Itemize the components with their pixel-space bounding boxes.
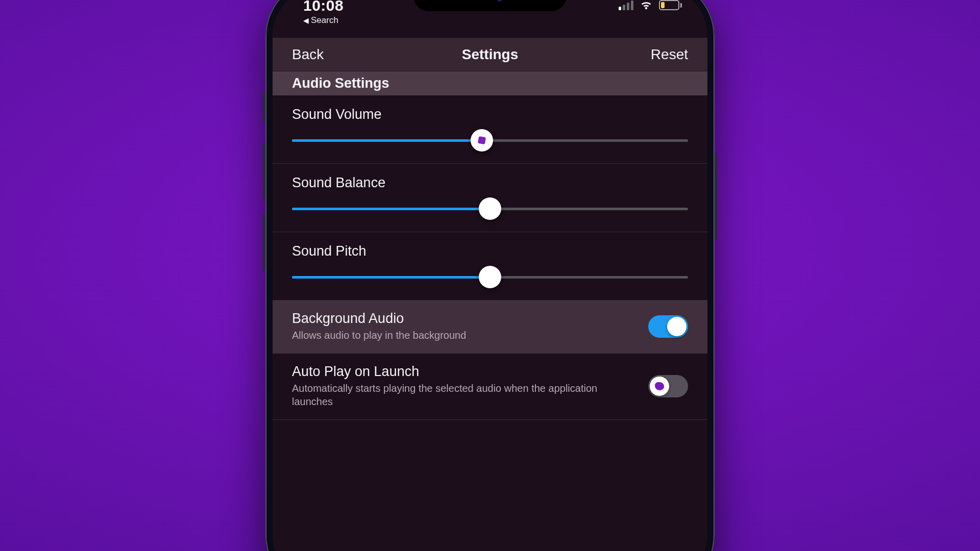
battery-icon [659, 0, 682, 10]
back-button[interactable]: Back [292, 46, 324, 63]
setting-label-pitch: Sound Pitch [292, 243, 688, 259]
phone-notch [413, 0, 567, 11]
thumb-accent-icon [478, 136, 486, 144]
phone-screen: 10:08 ◀ Search [273, 0, 707, 551]
front-camera-icon [497, 0, 504, 3]
setting-row-background_audio: Background AudioAllows audio to play in … [273, 300, 707, 354]
slider-fill [292, 208, 490, 210]
reset-button[interactable]: Reset [651, 46, 688, 63]
setting-row-pitch: Sound Pitch [273, 232, 707, 300]
navbar: Back Settings Reset [273, 38, 707, 71]
slider-volume[interactable] [292, 133, 688, 148]
slider-pitch[interactable] [292, 269, 688, 285]
slider-thumb[interactable] [479, 266, 501, 288]
setting-row-auto_play: Auto Play on LaunchAutomatically starts … [273, 354, 707, 420]
toggle-knob [667, 317, 687, 336]
toggle-background_audio[interactable] [648, 315, 688, 338]
cellular-signal-icon [619, 0, 633, 10]
page-title: Settings [273, 46, 707, 63]
knob-accent-icon [655, 382, 664, 390]
breadcrumb-back[interactable]: ◀ Search [303, 15, 344, 26]
setting-label-balance: Sound Balance [292, 175, 688, 191]
slider-fill [292, 276, 490, 279]
section-header-audio: Audio Settings [273, 71, 707, 95]
toggle-title-auto_play: Auto Play on Launch [292, 364, 638, 380]
toggle-subtitle-background_audio: Allows audio to play in the background [292, 329, 638, 342]
stage: 10:08 ◀ Search [0, 0, 980, 551]
toggle-knob [650, 377, 669, 396]
breadcrumb-label: Search [311, 15, 338, 26]
phone-side-button [715, 153, 717, 240]
battery-fill [661, 2, 665, 8]
slider-balance[interactable] [292, 201, 688, 216]
phone-side-button [263, 214, 265, 270]
status-time: 10:08 [303, 0, 344, 14]
phone-side-button [263, 92, 265, 122]
setting-row-balance: Sound Balance [273, 164, 707, 232]
back-caret-icon: ◀ [303, 16, 309, 24]
toggle-text: Auto Play on LaunchAutomatically starts … [292, 364, 648, 408]
phone-frame: 10:08 ◀ Search [265, 0, 715, 551]
setting-row-volume: Sound Volume [273, 95, 707, 164]
setting-label-volume: Sound Volume [292, 107, 688, 122]
slider-thumb[interactable] [479, 197, 501, 220]
slider-fill [292, 139, 482, 142]
toggle-subtitle-auto_play: Automatically starts playing the selecte… [292, 382, 638, 408]
toggle-text: Background AudioAllows audio to play in … [292, 311, 648, 342]
toggle-title-background_audio: Background Audio [292, 311, 638, 327]
phone-side-button [263, 143, 265, 199]
toggle-auto_play[interactable] [648, 375, 688, 397]
wifi-icon [640, 0, 653, 10]
slider-thumb[interactable] [471, 129, 493, 152]
